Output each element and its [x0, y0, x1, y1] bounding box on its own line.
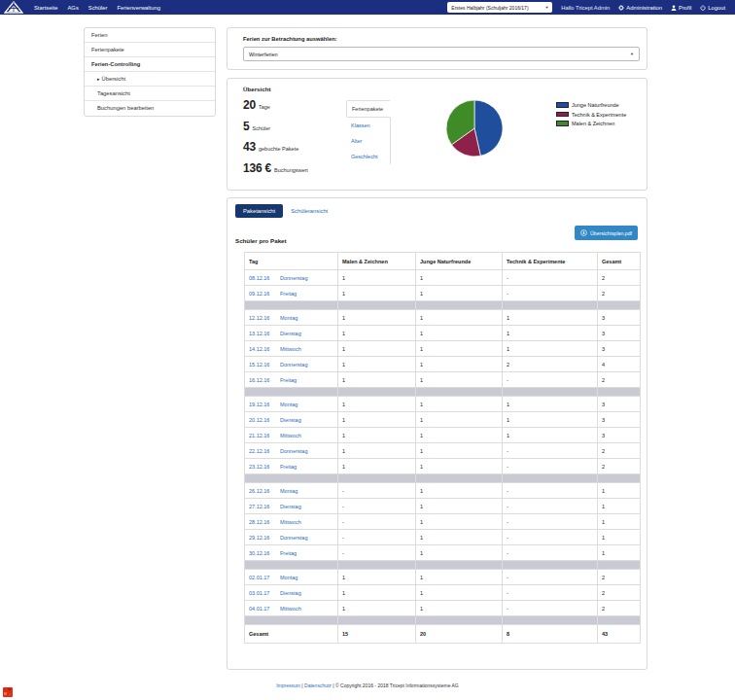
week-separator-row [245, 474, 641, 483]
download-icon [580, 229, 587, 236]
day-link[interactable]: 27.12.16Dienstag [249, 504, 301, 509]
day-link[interactable]: 28.12.16Mittwoch [249, 519, 301, 525]
count-cell: 1 [338, 443, 416, 459]
sidebar-item-ferien-controlling[interactable]: Ferien-Controlling [85, 57, 215, 72]
count-cell: 1 [503, 428, 598, 443]
administration-link[interactable]: Administration [618, 5, 662, 11]
nav-item-ferienverwaltung[interactable]: Ferienverwaltung [117, 5, 159, 11]
sidebar-item-label: Ferien [91, 32, 107, 38]
day-link[interactable]: 02.01.17Montag [249, 575, 298, 580]
overview-tab-geschlecht[interactable]: Geschlecht [346, 149, 391, 164]
count-cell: 1 [416, 514, 503, 530]
separator-cell [503, 474, 598, 483]
date-text: 29.12.16 [249, 535, 274, 541]
sidebar-nav: FerienFerienpaketeFerien-Controlling▸Übe… [84, 27, 216, 117]
separator-cell [245, 616, 338, 625]
count-cell: - [338, 514, 416, 530]
separator-cell [416, 301, 503, 310]
count-cell: 1 [416, 412, 503, 428]
day-cell: 08.12.16Donnerstag [245, 270, 338, 286]
ferien-select[interactable]: Winterferien ▼ [243, 47, 640, 61]
day-link[interactable]: 21.12.16Mittwoch [249, 433, 301, 438]
day-cell: 26.12.16Montag [245, 483, 338, 499]
nav-item-startseite[interactable]: Startseite [34, 5, 58, 11]
column-header-gesamt: Gesamt [598, 253, 641, 270]
legend-swatch-icon [556, 121, 569, 126]
day-link[interactable]: 30.12.16Freitag [249, 550, 297, 556]
table-row: 20.12.16Dienstag1113 [245, 412, 641, 428]
tricept-logo-icon[interactable] [4, 1, 23, 14]
semester-select[interactable]: Erstes Halbjahr (Schuljahr 2016/17) ▼ [447, 2, 552, 13]
count-cell: 3 [598, 428, 641, 443]
weekday-text: Montag [280, 402, 298, 407]
sidebar-item-buchungen-bearbeiten[interactable]: Buchungen bearbeiten [85, 101, 215, 116]
day-cell: 28.12.16Mittwoch [245, 514, 338, 530]
day-link[interactable]: 08.12.16Donnerstag [249, 275, 307, 281]
sidebar-item-tagesansicht[interactable]: Tagesansicht [85, 87, 215, 101]
day-cell: 13.12.16Dienstag [245, 326, 338, 341]
separator-cell [598, 616, 641, 625]
weekday-text: Montag [280, 575, 298, 580]
tab-sch-leransicht[interactable]: Schüleransicht [283, 204, 335, 218]
day-link[interactable]: 15.12.16Donnerstag [249, 362, 307, 368]
sidebar-item-ferien[interactable]: Ferien [85, 28, 215, 43]
separator-cell [338, 388, 416, 397]
sidebar-item-ferienpakete[interactable]: Ferienpakete [85, 43, 215, 57]
weekday-text: Freitag [280, 550, 297, 556]
count-cell: 1 [416, 270, 503, 286]
tab-paketansicht[interactable]: Paketansicht [235, 204, 283, 218]
table-row: 19.12.16Montag1113 [245, 397, 641, 412]
day-link[interactable]: 29.12.16Donnerstag [249, 535, 307, 541]
day-link[interactable]: 04.01.17Mittwoch [249, 606, 301, 612]
day-link[interactable]: 22.12.16Donnerstag [249, 448, 307, 454]
table-row: 27.12.16Dienstag-1-1 [245, 499, 641, 514]
weekday-text: Freitag [280, 464, 297, 470]
view-tabs: PaketansichtSchüleransicht [235, 204, 335, 218]
pdf-button-label: Übersichtsplan.pdf [590, 230, 632, 236]
date-text: 21.12.16 [249, 433, 274, 438]
weekday-text: Dienstag [280, 504, 301, 509]
semester-select-value: Erstes Halbjahr (Schuljahr 2016/17) [451, 5, 528, 11]
profile-link[interactable]: Profil [671, 5, 691, 11]
count-cell: 1 [416, 530, 503, 545]
count-cell: - [338, 483, 416, 499]
logout-link[interactable]: Logout [700, 5, 725, 11]
count-cell: 2 [598, 286, 641, 301]
overview-tab-ferienpakete[interactable]: Ferienpakete [346, 100, 391, 118]
count-cell: 2 [598, 459, 641, 474]
count-cell: 1 [338, 326, 416, 341]
total-label-cell: Gesamt [245, 625, 338, 644]
administration-label: Administration [626, 5, 662, 11]
day-link[interactable]: 09.12.16Freitag [249, 291, 297, 297]
week-separator-row [245, 301, 641, 310]
count-cell: 4 [598, 357, 641, 372]
day-link[interactable]: 23.12.16Freitag [249, 464, 297, 470]
uebersichtsplan-pdf-button[interactable]: Übersichtsplan.pdf [575, 226, 638, 240]
count-cell: 1 [416, 601, 503, 616]
table-row: 14.12.16Mittwoch1113 [245, 341, 641, 357]
day-link[interactable]: 03.01.17Dienstag [249, 590, 301, 596]
weekday-text: Montag [280, 488, 298, 494]
day-link[interactable]: 12.12.16Montag [249, 315, 298, 321]
legend-label: Junge Naturfreunde [572, 102, 619, 108]
day-link[interactable]: 19.12.16Montag [249, 402, 298, 407]
impressum-link[interactable]: Impressum [276, 682, 300, 688]
count-cell: 1 [503, 310, 598, 326]
nav-item-ags[interactable]: AGs [68, 5, 79, 11]
active-item-marker-icon: ▸ [97, 76, 100, 82]
nav-item-sch-ler[interactable]: Schüler [88, 5, 108, 11]
date-text: 12.12.16 [249, 315, 274, 321]
day-link[interactable]: 20.12.16Dienstag [249, 417, 301, 423]
day-link[interactable]: 14.12.16Mittwoch [249, 346, 301, 352]
day-cell: 04.01.17Mittwoch [245, 601, 338, 616]
day-link[interactable]: 13.12.16Dienstag [249, 331, 301, 336]
pie-legend: Junge NaturfreundeTechnik & ExperimenteM… [556, 102, 626, 130]
day-link[interactable]: 26.12.16Montag [249, 488, 298, 494]
sidebar-item--bersicht[interactable]: ▸Übersicht [85, 72, 215, 87]
count-cell: 1 [338, 397, 416, 412]
datenschutz-link[interactable]: Datenschutz [304, 682, 332, 688]
overview-tab-alter[interactable]: Alter [346, 133, 391, 149]
day-link[interactable]: 16.12.16Freitag [249, 377, 297, 383]
overview-tab-klassen[interactable]: Klassen [346, 118, 391, 133]
count-cell: - [338, 530, 416, 545]
